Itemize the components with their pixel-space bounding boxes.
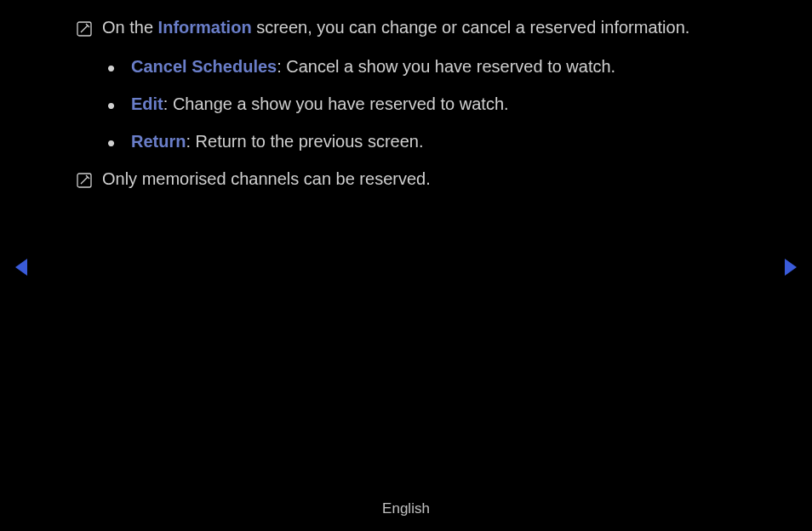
svg-marker-3 (785, 259, 797, 276)
note-line-1: On the Information screen, you can chang… (77, 15, 735, 39)
main-content: On the Information screen, you can chang… (0, 0, 812, 191)
svg-marker-2 (15, 259, 27, 276)
bullet-desc: : Cancel a show you have reserved to wat… (277, 57, 615, 76)
footer-language: English (0, 500, 812, 517)
list-item: Return: Return to the previous screen. (107, 129, 735, 153)
nav-prev-button[interactable] (15, 259, 29, 280)
list-item: Edit: Change a show you have reserved to… (107, 92, 735, 116)
note-text-2: Only memorised channels can be reserved. (102, 167, 735, 191)
note-icon (77, 19, 92, 34)
nav-next-button[interactable] (783, 259, 797, 280)
list-item: Cancel Schedules: Cancel a show you have… (107, 54, 735, 78)
bullet-list: Cancel Schedules: Cancel a show you have… (77, 54, 735, 153)
note-line-2: Only memorised channels can be reserved. (77, 167, 735, 191)
arrow-right-icon (783, 259, 797, 276)
bullet-label: Cancel Schedules (131, 57, 277, 76)
note-text-1: On the Information screen, you can chang… (102, 15, 735, 39)
bullet-desc: : Change a show you have reserved to wat… (163, 94, 509, 113)
note1-suffix: screen, you can change or cancel a reser… (252, 18, 690, 37)
arrow-left-icon (15, 259, 29, 276)
note1-prefix: On the (102, 18, 158, 37)
note-icon (77, 170, 92, 186)
bullet-label: Edit (131, 94, 163, 113)
bullet-label: Return (131, 132, 186, 151)
bullet-desc: : Return to the previous screen. (186, 132, 423, 151)
note1-highlight: Information (158, 18, 252, 37)
